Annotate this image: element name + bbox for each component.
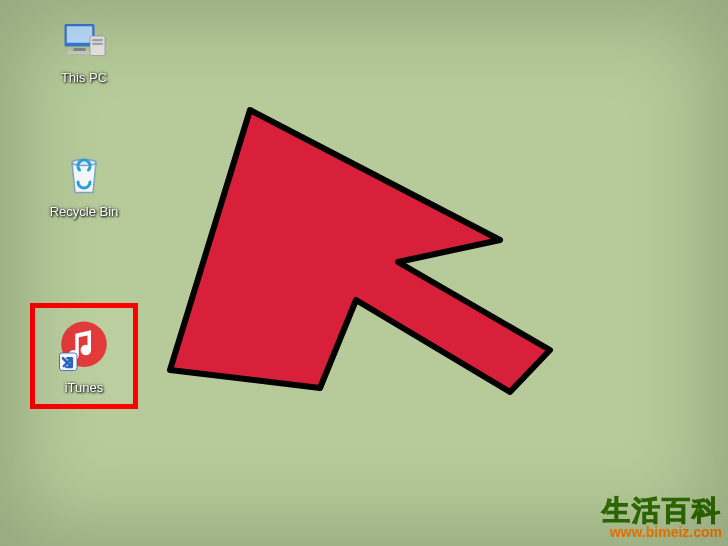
itunes-icon [56,318,112,374]
desktop-icon-recycle-bin[interactable]: Recycle Bin [38,152,130,219]
watermark: 生活百科 www.bimeiz.com [602,496,722,540]
highlight-box-itunes: iTunes [30,303,138,409]
svg-rect-3 [68,51,92,54]
watermark-url: www.bimeiz.com [602,525,722,540]
svg-rect-6 [92,43,103,45]
svg-rect-4 [90,36,105,56]
annotation-arrow [140,70,560,400]
desktop-icon-label: Recycle Bin [50,204,119,219]
svg-rect-1 [67,26,93,43]
svg-rect-2 [74,48,86,51]
desktop-icon-label: iTunes [65,380,104,395]
recycle-bin-icon [60,152,108,200]
desktop-icon-label: This PC [61,70,107,85]
watermark-title: 生活百科 [602,496,722,525]
svg-rect-5 [92,39,103,41]
computer-icon [60,18,108,66]
desktop-icon-this-pc[interactable]: This PC [38,18,130,85]
desktop-icon-itunes[interactable]: iTunes [56,318,112,395]
